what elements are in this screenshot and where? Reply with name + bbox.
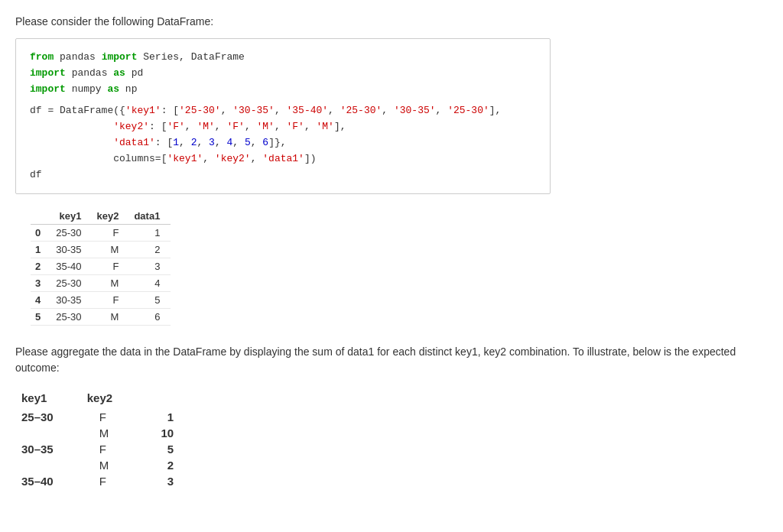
code-line-8: df [30,167,536,183]
table-row: 235-40F3 [31,258,171,275]
cell-key2: F [92,225,129,242]
agg-cell-val: 10 [143,425,177,441]
agg-cell-key2: F [84,441,143,457]
cell-idx: 2 [31,258,51,275]
table-row: 325-30M4 [31,275,171,292]
agg-cell-key1: 35–40 [18,473,84,489]
cell-key2: M [92,242,129,258]
cell-key2: M [92,309,129,326]
code-line-3: import numpy as np [30,82,536,98]
code-line-6: 'data1': [1, 2, 3, 4, 5, 6]}, [30,135,536,151]
cell-key2: M [92,275,129,292]
intro-text: Please consider the following DataFrame: [15,15,768,28]
cell-key2: F [92,258,129,275]
agg-cell-val: 5 [143,441,177,457]
cell-data1: 6 [129,309,171,326]
cell-key1: 25-30 [51,275,92,292]
agg-col-key2: key2 [84,390,143,409]
col-header-key2: key2 [92,208,129,225]
agg-cell-val: 1 [143,409,177,425]
table-row: 025-30F1 [31,225,171,242]
agg-col-val [143,390,177,409]
agg-cell-key1: 25–30 [18,409,84,425]
code-line-7: columns=['key1', 'key2', 'data1']) [30,151,536,167]
keyword-from: from [30,51,54,63]
cell-key1: 25-30 [51,309,92,326]
code-line-2: import pandas as pd [30,66,536,82]
agg-cell-key2: M [84,425,143,441]
cell-key2: F [92,292,129,309]
cell-idx: 4 [31,292,51,309]
code-block: from pandas import Series, DataFrame imp… [15,38,551,194]
table-row: 525-30M6 [31,309,171,326]
keyword-import3: import [30,83,66,95]
agg-cell-val: 3 [143,473,177,489]
table-row: 130-35M2 [31,242,171,258]
agg-row: M2 [18,457,177,473]
cell-idx: 0 [31,225,51,242]
agg-row: 25–30F1 [18,409,177,425]
cell-key1: 25-30 [51,225,92,242]
cell-idx: 1 [31,242,51,258]
keyword-import: import [102,51,138,63]
aggregate-description: Please aggregate the data in the DataFra… [15,344,768,376]
dataframe-table: key1 key2 data1 025-30F1130-35M2235-40F3… [31,208,171,326]
agg-cell-key2: M [84,457,143,473]
col-header-key1: key1 [51,208,92,225]
table-row: 430-35F5 [31,292,171,309]
keyword-as2: as [107,83,119,95]
agg-row: 30–35F5 [18,441,177,457]
cell-key1: 35-40 [51,258,92,275]
agg-cell-key1 [18,425,84,441]
col-header-data1: data1 [129,208,171,225]
keyword-import2: import [30,67,66,79]
agg-cell-key2: F [84,409,143,425]
table-header-row: key1 key2 data1 [31,208,171,225]
agg-header-row: key1 key2 [18,390,177,409]
agg-row: M10 [18,425,177,441]
cell-idx: 5 [31,309,51,326]
keyword-as1: as [113,67,125,79]
agg-cell-key2: F [84,473,143,489]
cell-data1: 3 [129,258,171,275]
agg-col-key1: key1 [18,390,84,409]
cell-data1: 2 [129,242,171,258]
aggregate-table: key1 key2 25–30F1M1030–35F5M235–40F3 [18,390,177,489]
cell-data1: 4 [129,275,171,292]
code-line-5: 'key2': ['F', 'M', 'F', 'M', 'F', 'M'], [30,119,536,135]
cell-key1: 30-35 [51,242,92,258]
agg-row: 35–40F3 [18,473,177,489]
cell-key1: 30-35 [51,292,92,309]
code-line-1: from pandas import Series, DataFrame [30,50,536,66]
code-line-4: df = DataFrame({'key1': ['25-30', '30-35… [30,103,536,119]
cell-data1: 5 [129,292,171,309]
agg-cell-key1: 30–35 [18,441,84,457]
agg-cell-val: 2 [143,457,177,473]
agg-cell-key1 [18,457,84,473]
cell-idx: 3 [31,275,51,292]
cell-data1: 1 [129,225,171,242]
col-header-index [31,208,51,225]
